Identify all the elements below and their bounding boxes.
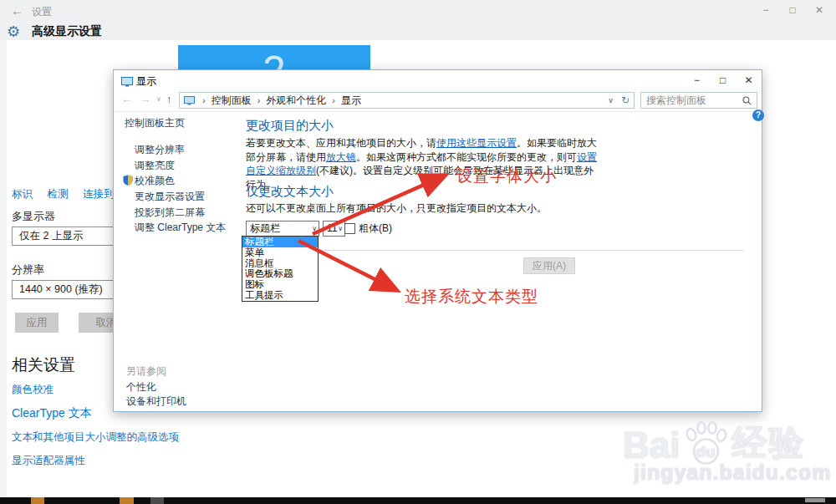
taskbar-clock-fragment [805,498,825,502]
dropdown-option-icons[interactable]: 图标 [242,279,318,290]
personalization-link[interactable]: 个性化 [126,380,156,395]
text-item-select[interactable]: 标题栏 ∨ [246,221,319,237]
display-adapter-link[interactable]: 显示适配器属性 [12,454,85,468]
sidebar-item-control-panel-home[interactable]: 控制面板主页 [125,116,185,130]
bold-checkbox-label: 粗体(B) [359,221,392,236]
cleartype-link[interactable]: ClearType 文本 [12,406,92,421]
minimize-button[interactable]: − [752,2,779,18]
taskbar-icon-fragment [120,497,134,504]
nav-up-icon[interactable]: ↑ [166,93,172,105]
dialog-title: 显示 [136,74,156,89]
taskbar[interactable] [0,497,836,504]
detect-link[interactable]: 检测 [47,188,68,200]
multi-display-label: 多显示器 [12,209,55,224]
paragraph-text: 若要更改文本、应用和其他项目的大小，请 [246,137,436,149]
display-settings-link[interactable]: 使用这些显示设置 [436,137,517,149]
watermark-url: jingyan.baidu.com [634,461,831,485]
dropdown-option-title-bars[interactable]: 标题栏 [242,237,318,247]
taskbar-icon-fragment [31,497,44,504]
sidebar-item-adjust-brightness[interactable]: 调整亮度 [135,159,175,173]
identify-link[interactable]: 标识 [12,188,33,200]
font-size-select-value: 11 [327,221,337,236]
dialog-main-content: 更改项目的大小 若要更改文本、应用和其他项目的大小，请使用这些显示设置。如果要临… [246,70,752,411]
settings-window-title: 设置 [32,5,52,19]
dropdown-option-message-boxes[interactable]: 消息框 [242,258,318,269]
see-also-heading: 另请参阅 [126,364,166,379]
breadcrumb-sep-icon: › [202,95,206,105]
page-title: 高级显示设置 [32,24,102,39]
baidu-paw-icon: du [683,421,728,466]
watermark-brand-left: Bai [623,425,680,466]
paragraph-text: 。如果这两种方式都不能实现你所要的更改，则可 [356,151,577,163]
chevron-down-icon: ∨ [312,224,317,233]
dropdown-option-tooltips[interactable]: 工具提示 [242,290,318,301]
text-item-dropdown-list: 标题栏 菜单 消息框 调色板标题 图标 工具提示 [242,236,319,302]
sidebar-item-adjust-cleartype[interactable]: 调整 ClearType 文本 [135,221,226,235]
magnifier-link[interactable]: 放大镜 [326,151,356,163]
section-title-change-item-size: 更改项目的大小 [246,118,334,134]
section-title-change-text-size: 仅更改文本大小 [246,184,334,200]
watermark-brand-right: du [696,443,715,461]
bold-checkbox[interactable] [344,223,355,234]
sidebar-item-change-display-settings[interactable]: 更改显示器设置 [135,190,205,204]
dropdown-option-palette-titles[interactable]: 调色板标题 [242,268,318,279]
baidu-jingyan-watermark: Bai du 经验 [623,420,805,466]
color-calibration-link[interactable]: 颜色校准 [12,383,54,397]
text-item-select-value: 标题栏 [250,221,280,236]
content-divider [246,250,743,251]
sidebar-item-project-second-screen[interactable]: 投影到第二屏幕 [135,206,205,220]
chevron-down-icon: ∨ [338,224,343,233]
change-text-size-description: 还可以不更改桌面上所有项目的大小，只更改指定项目的文本大小。 [246,201,547,216]
back-icon[interactable]: ← [11,3,23,18]
settings-window-controls: − □ ✕ [752,2,833,18]
font-size-select[interactable]: 11 ∨ [323,221,345,237]
dropdown-option-menus[interactable]: 菜单 [242,247,318,258]
breadcrumb-monitor-icon [184,96,195,105]
nav-back-icon[interactable]: ← [121,93,132,105]
taskbar-icon-fragment [150,497,164,504]
gear-icon: ⚙ [7,23,20,41]
help-icon[interactable]: ? [752,109,764,121]
apply-button[interactable]: 应用(A) [523,257,575,274]
devices-printers-link[interactable]: 设备和打印机 [126,395,186,409]
control-panel-display-dialog: 显示 − □ ✕ ← → ∨ ↑ › 控制面板 › 外观和个性化 › 显示 ∨ … [113,69,762,412]
sidebar-item-adjust-resolution[interactable]: 调整分辨率 [135,143,185,157]
sidebar-item-label: 校准颜色 [135,175,175,186]
settings-header: ← 设置 − □ ✕ ⚙ 高级显示设置 [0,0,836,40]
resolution-label: 分辨率 [12,262,44,277]
restore-button[interactable]: □ [779,2,806,18]
apply-button-disabled[interactable]: 应用 [15,313,59,333]
advanced-sizing-link[interactable]: 文本和其他项目大小调整的高级选项 [12,430,179,445]
related-settings-heading: 相关设置 [12,354,75,376]
display-monitor-icon [121,75,133,90]
sidebar-item-calibrate-color[interactable]: 校准颜色 [135,174,175,188]
nav-forward-icon[interactable]: → [140,93,150,105]
uac-shield-icon [123,175,133,188]
window-left-edge [0,40,7,497]
close-button[interactable]: ✕ [806,2,833,18]
watermark-brand-cn: 经验 [732,420,805,466]
nav-history-dropdown-icon[interactable]: ∨ [156,95,161,103]
